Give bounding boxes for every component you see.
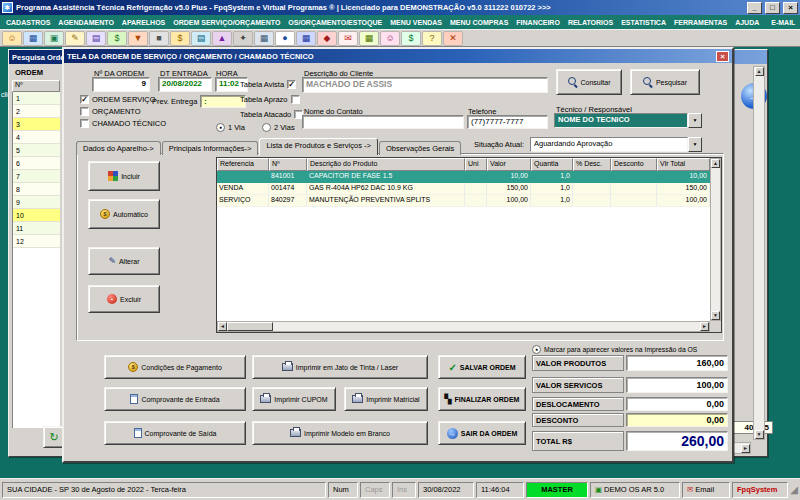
menu-item[interactable]: AGENDAMENTO [54, 19, 117, 26]
chevron-down-icon[interactable]: ▼ [688, 137, 702, 152]
via-1-radio[interactable]: ● 1 Via [216, 123, 245, 132]
scroll-up-icon[interactable]: ▲ [755, 67, 764, 76]
appliances-icon[interactable]: ▣ [44, 31, 64, 46]
menu-item-email[interactable]: E-MAIL [767, 19, 799, 26]
scroll-right-icon[interactable]: ► [700, 322, 709, 331]
search-icon[interactable]: ● [275, 31, 295, 46]
scroll-right-icon[interactable]: ► [741, 444, 750, 453]
scroll-left-icon[interactable]: ◄ [218, 322, 227, 331]
menu-item[interactable]: FERRAMENTAS [670, 19, 731, 26]
reports-icon[interactable]: ▤ [191, 31, 211, 46]
consultar-button[interactable]: Consultar [556, 69, 622, 95]
comprovante-saida-button[interactable]: Comprovante de Saída [104, 421, 246, 445]
menu-item[interactable]: FINANCEIRO [512, 19, 564, 26]
salvar-ordem-button[interactable]: ✓ SALVAR ORDEM [438, 355, 526, 379]
dialog-close-button[interactable]: × [716, 51, 729, 62]
calculator-icon[interactable]: ▦ [296, 31, 316, 46]
chamado-tecnico-checkbox[interactable]: CHAMADO TÉCNICO [80, 119, 166, 128]
excluir-button[interactable]: - Excluir [88, 285, 160, 313]
service-order-icon[interactable]: ✎ [65, 31, 85, 46]
incluir-button[interactable]: Incluir [88, 161, 160, 191]
menu-item[interactable]: RELATORIOS [564, 19, 617, 26]
phone-field[interactable]: (77)7777-7777 [467, 115, 548, 129]
grid-vscrollbar[interactable]: ▲ ▼ [710, 158, 721, 321]
technician-combobox[interactable]: NOME DO TECNICO ▼ [554, 113, 702, 128]
pesquisa-row[interactable]: 1 [13, 92, 60, 105]
table-row[interactable]: SERVIÇO 840297 MANUTENÇÃO PREVENTIVA SPL… [217, 195, 721, 207]
tools-icon[interactable]: ✦ [233, 31, 253, 46]
budget-icon[interactable]: ▤ [86, 31, 106, 46]
pesquisa-vscrollbar[interactable]: ▲ ▼ [753, 66, 765, 440]
menu-item[interactable]: CADASTROS [2, 19, 54, 26]
pesquisa-row[interactable]: 3 [13, 118, 60, 131]
status-email[interactable]: ✉ Email [682, 482, 730, 498]
tabela-aprazo-checkbox[interactable]: Tabela Aprazo [240, 95, 300, 104]
exit-icon[interactable]: ✕ [443, 31, 463, 46]
pesquisa-row[interactable]: 4 [13, 131, 60, 144]
condicoes-pagamento-button[interactable]: $ Condições de Pagamento [104, 355, 246, 379]
tabela-avista-checkbox[interactable]: Tabela Avista ✓ [240, 80, 296, 89]
scroll-down-icon[interactable]: ▼ [755, 430, 764, 439]
chevron-down-icon[interactable]: ▼ [688, 113, 702, 128]
calendar-icon[interactable]: ▦ [359, 31, 379, 46]
users-icon[interactable]: ☺ [380, 31, 400, 46]
alterar-button[interactable]: ✎ Alterar [88, 247, 160, 275]
tab-principais-informacoes[interactable]: Principais Informações-> [162, 141, 259, 155]
imprimir-modelo-branco-button[interactable]: Imprimir Modelo em Branco [252, 421, 428, 445]
tab-observacoes-gerais[interactable]: Observações Gerais [379, 141, 461, 155]
scroll-up-icon[interactable]: ▲ [711, 159, 720, 168]
pesquisa-row[interactable]: 12 [13, 235, 60, 248]
show-values-radio[interactable]: ● Marcar para aparecer valores na Impres… [532, 345, 697, 354]
menu-item[interactable]: APARELHOS [118, 19, 169, 26]
menu-item[interactable]: MENU COMPRAS [446, 19, 512, 26]
pesquisa-row[interactable]: 10 [13, 209, 60, 222]
money-icon[interactable]: $ [401, 31, 421, 46]
table-row[interactable]: VENDA 001474 GAS R-404A HP62 DAC 10.9 KG… [217, 183, 721, 195]
printer-icon[interactable]: ▦ [254, 31, 274, 46]
orcamento-checkbox[interactable]: ORÇAMENTO [80, 107, 141, 116]
email-icon[interactable]: ✉ [338, 31, 358, 46]
pesquisa-row[interactable]: 8 [13, 183, 60, 196]
menu-item[interactable]: OS/ORÇAMENTO/ESTOQUE [284, 19, 386, 26]
resize-grip[interactable]: ◢ [790, 484, 798, 495]
situacao-combobox[interactable]: Aguardando Aprovação ▼ [530, 137, 702, 152]
maximize-button[interactable]: □ [765, 2, 780, 14]
sales-icon[interactable]: $ [107, 31, 127, 46]
sair-ordem-button[interactable]: → SAIR DA ORDEM [438, 421, 526, 445]
automatico-button[interactable]: $ Automático [88, 199, 160, 229]
pesquisa-row[interactable]: 11 [13, 222, 60, 235]
menu-item[interactable]: ORDEM SERVIÇO/ORÇAMENTO [169, 19, 284, 26]
help-icon[interactable]: ? [422, 31, 442, 46]
contact-name-field[interactable] [302, 115, 464, 129]
menu-item[interactable]: ESTATISTICA [617, 19, 670, 26]
via-2-radio[interactable]: 2 Vias [262, 123, 295, 132]
pesquisa-row[interactable]: 9 [13, 196, 60, 209]
imprimir-cupom-button[interactable]: Imprimir CUPOM [252, 387, 336, 411]
scroll-down-icon[interactable]: ▼ [711, 311, 720, 320]
scrollbar-thumb[interactable] [227, 322, 273, 331]
pesquisa-row[interactable]: 5 [13, 144, 60, 157]
order-number-field[interactable]: 9 [92, 77, 150, 92]
menu-item[interactable]: AJUDA [731, 19, 763, 26]
pesquisa-row[interactable]: 7 [13, 170, 60, 183]
client-name-field[interactable]: MACHADO DE ASSIS [302, 77, 548, 93]
finalizar-ordem-button[interactable]: ▚ FINALIZAR ORDEM [438, 387, 526, 411]
imprimir-jato-laser-button[interactable]: Imprimir em Jato de Tinta / Laser [252, 355, 428, 379]
pesquisar-button[interactable]: Pesquisar [630, 69, 700, 95]
comprovante-entrada-button[interactable]: Comprovante de Entrada [104, 387, 246, 411]
menu-item[interactable]: MENU VENDAS [386, 19, 446, 26]
minimize-button[interactable]: _ [747, 2, 762, 14]
tab-lista-produtos-servicos[interactable]: Lista de Produtos e Serviços -> [259, 138, 377, 155]
finance-icon[interactable]: $ [170, 31, 190, 46]
grid-hscrollbar[interactable]: ◄ ► [217, 321, 710, 332]
clients-icon[interactable]: ☺ [2, 31, 22, 46]
imprimir-matricial-button[interactable]: Imprimir Matricial [344, 387, 428, 411]
pesquisa-row[interactable]: 2 [13, 105, 60, 118]
agenda-icon[interactable]: ▦ [23, 31, 43, 46]
stock-icon[interactable]: ■ [149, 31, 169, 46]
tab-dados-aparelho[interactable]: Dados do Aparelho-> [76, 141, 161, 155]
statistics-icon[interactable]: ▲ [212, 31, 232, 46]
backup-icon[interactable]: ◆ [317, 31, 337, 46]
tabela-atacado-checkbox[interactable]: Tabela Atacado [240, 110, 303, 119]
ordem-servico-checkbox[interactable]: ✓ ORDEM SERVIÇO [80, 95, 156, 104]
